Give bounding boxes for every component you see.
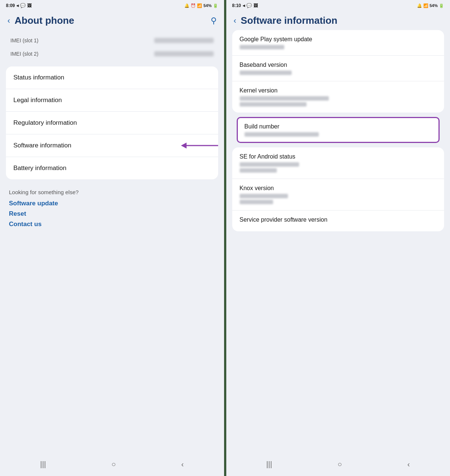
nav-icon-left: ◂ (16, 3, 19, 8)
imei-slot1-value (154, 38, 214, 43)
status-bar-left: 8:09 ◂ 💬 🖼 🔔 ⏰ 📶 54% 🔋 (0, 0, 224, 10)
kernel-version-values (240, 96, 437, 107)
software-info-card2: SE for Android status Knox version Servi… (232, 147, 444, 231)
build-number-label: Build number (245, 123, 432, 130)
imei-slot1-row: IMEI (slot 1) (9, 34, 215, 47)
wifi-icon-right: 📶 (423, 3, 428, 8)
top-bar-right: ‹ Software information (226, 10, 450, 30)
knox-version-row[interactable]: Knox version (232, 179, 444, 211)
battery-icon-right: 🔋 (439, 3, 444, 8)
baseband-version-label: Baseband version (240, 62, 437, 68)
whatsapp-icon: 💬 (20, 3, 26, 8)
battery-information-label: Battery information (13, 164, 67, 172)
google-play-update-row[interactable]: Google Play system update (232, 30, 444, 56)
content-left: IMEI (slot 1) IMEI (slot 2) Status infor… (0, 30, 224, 455)
status-right-left: 🔔 ⏰ 📶 54% 🔋 (184, 3, 218, 8)
google-play-update-label: Google Play system update (240, 36, 437, 43)
imei-slot2-row: IMEI (slot 2) (9, 47, 215, 61)
alarm-icon: 🔔 (184, 3, 190, 8)
google-play-update-value (240, 45, 284, 49)
time-left: 8:09 (6, 3, 15, 8)
knox-version-values (240, 194, 437, 204)
looking-section: Looking for something else? Software upd… (6, 185, 218, 235)
home-button-left[interactable]: ○ (111, 460, 116, 469)
back-nav-button-left[interactable]: ‹ (181, 460, 184, 469)
top-bar-left: ‹ About phone ⚲ (0, 10, 224, 30)
service-provider-row[interactable]: Service provider software version (232, 211, 444, 231)
se-android-status-row[interactable]: SE for Android status (232, 147, 444, 179)
software-information-item[interactable]: Software information (6, 134, 218, 157)
home-button-right[interactable]: ○ (337, 460, 342, 469)
back-button-right[interactable]: ‹ (234, 16, 236, 26)
status-left: 8:09 ◂ 💬 🖼 (6, 3, 32, 8)
software-update-link[interactable]: Software update (9, 200, 215, 207)
search-icon-left[interactable]: ⚲ (211, 16, 217, 26)
nav-bar-right: ||| ○ ‹ (226, 455, 450, 476)
service-provider-label: Service provider software version (240, 216, 437, 223)
se-android-status-label: SE for Android status (240, 153, 437, 160)
imei-slot1-label: IMEI (slot 1) (10, 38, 38, 43)
left-phone-panel: 8:09 ◂ 💬 🖼 🔔 ⏰ 📶 54% 🔋 ‹ About phone ⚲ I… (0, 0, 224, 476)
reset-link[interactable]: Reset (9, 210, 215, 218)
whatsapp-icon-right: 💬 (246, 3, 252, 8)
looking-title: Looking for something else? (9, 189, 215, 195)
kernel-version-label: Kernel version (240, 87, 437, 94)
right-phone-panel: 8:10 ◂ 💬 🖼 🔔 📶 54% 🔋 ‹ Software informat… (226, 0, 450, 476)
legal-information-label: Legal information (13, 97, 62, 104)
kernel-version-row[interactable]: Kernel version (232, 81, 444, 113)
battery-information-item[interactable]: Battery information (6, 157, 218, 179)
time-right: 8:10 (232, 3, 241, 8)
imei-slot2-value (154, 51, 214, 56)
status-bar-right: 8:10 ◂ 💬 🖼 🔔 📶 54% 🔋 (226, 0, 450, 10)
photo-icon: 🖼 (27, 3, 32, 8)
recents-button-left[interactable]: ||| (40, 460, 46, 469)
status-information-label: Status information (13, 74, 64, 81)
regulatory-information-label: Regulatory information (13, 119, 77, 126)
page-title-right: Software information (241, 15, 443, 26)
photo-icon-right: 🖼 (253, 3, 258, 8)
battery-icon-left: 🔋 (213, 3, 218, 8)
imei-section: IMEI (slot 1) IMEI (slot 2) (6, 30, 218, 66)
back-nav-button-right[interactable]: ‹ (407, 460, 410, 469)
alarm2-icon: ⏰ (191, 3, 196, 8)
content-right: Google Play system update Baseband versi… (226, 30, 450, 455)
status-left-right: 8:10 ◂ 💬 🖼 (232, 3, 258, 8)
battery-right: 54% (430, 3, 438, 8)
contact-us-link[interactable]: Contact us (9, 221, 215, 228)
status-information-item[interactable]: Status information (6, 66, 218, 89)
baseband-version-row[interactable]: Baseband version (232, 56, 444, 81)
back-button-left[interactable]: ‹ (7, 16, 10, 26)
imei-slot2-label: IMEI (slot 2) (10, 51, 38, 57)
page-title-left: About phone (14, 15, 210, 26)
menu-card: Status information Legal information Reg… (6, 66, 218, 179)
baseband-version-value (240, 71, 292, 75)
battery-left: 54% (203, 3, 211, 8)
signal-icon: 📶 (197, 3, 202, 8)
legal-information-item[interactable]: Legal information (6, 89, 218, 112)
build-number-row[interactable]: Build number (237, 117, 440, 143)
software-info-card: Google Play system update Baseband versi… (232, 30, 444, 113)
se-android-status-values (240, 162, 437, 173)
status-right-right: 🔔 📶 54% 🔋 (417, 3, 444, 8)
regulatory-information-item[interactable]: Regulatory information (6, 112, 218, 134)
build-number-value (245, 132, 319, 137)
nav-bar-left: ||| ○ ‹ (0, 455, 224, 476)
recents-button-right[interactable]: ||| (266, 460, 272, 469)
software-information-label: Software information (13, 142, 71, 149)
alarm-icon-right: 🔔 (417, 3, 422, 8)
purple-arrow-annotation (177, 138, 218, 153)
nav-icon-right: ◂ (243, 3, 245, 8)
svg-marker-1 (181, 143, 187, 149)
knox-version-label: Knox version (240, 185, 437, 192)
